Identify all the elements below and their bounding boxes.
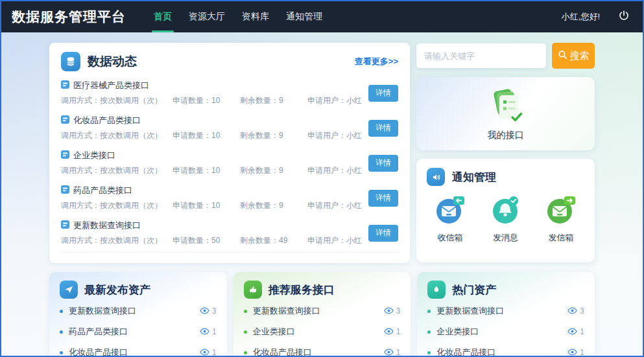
search-input[interactable] bbox=[416, 43, 546, 68]
asset-name: 企业类接口 bbox=[436, 326, 567, 338]
eye-icon bbox=[200, 347, 209, 357]
main-content: 数据动态 查看更多>> 医疗器械产品类接口 调用方式：按次数调用（次） bbox=[1, 32, 643, 357]
latest-assets-card: 最新发布资产 更新数据查询接口 3 药品产品类接口 1 化妆品产品接口 1 bbox=[49, 272, 227, 357]
api-doc-icon bbox=[61, 115, 69, 126]
speaker-icon bbox=[427, 168, 445, 186]
asset-name: 更新数据查询接口 bbox=[436, 305, 567, 317]
view-more-link[interactable]: 查看更多>> bbox=[355, 56, 398, 67]
asset-row[interactable]: 更新数据查询接口 3 bbox=[60, 301, 217, 321]
detail-button[interactable]: 详情 bbox=[368, 190, 398, 207]
asset-name: 化妆品产品接口 bbox=[436, 347, 567, 357]
eye-icon bbox=[567, 326, 577, 338]
asset-row[interactable]: 企业类接口 1 bbox=[427, 321, 584, 342]
inbox-label: 收信箱 bbox=[438, 232, 463, 244]
asset-row[interactable]: 企业类接口 1 bbox=[244, 321, 401, 342]
notification-card: 通知管理 bbox=[416, 159, 595, 262]
main-nav: 首页 资源大厅 资料库 通知管理 bbox=[145, 1, 331, 32]
api-feed-list: 医疗器械产品类接口 调用方式：按次数调用（次） 申请数量：10 剩余数量：9 申… bbox=[61, 75, 398, 253]
asset-name: 化妆品产品接口 bbox=[69, 347, 200, 357]
nav-item-notifications[interactable]: 通知管理 bbox=[278, 1, 331, 32]
api-doc-icon bbox=[61, 185, 69, 196]
asset-row[interactable]: 化妆品产品接口 1 bbox=[60, 342, 217, 357]
call-mode: 调用方式：按次数调用（次） bbox=[61, 235, 173, 246]
outbox-item[interactable]: 发信箱 bbox=[545, 195, 577, 244]
view-count: 1 bbox=[396, 348, 401, 357]
data-dynamics-card: 数据动态 查看更多>> 医疗器械产品类接口 调用方式：按次数调用（次） bbox=[49, 43, 410, 263]
api-name: 医疗器械产品类接口 bbox=[73, 80, 149, 91]
feed-item: 医疗器械产品类接口 调用方式：按次数调用（次） 申请数量：10 剩余数量：9 申… bbox=[61, 75, 398, 110]
detail-button[interactable]: 详情 bbox=[368, 120, 398, 137]
api-name: 化妆品产品类接口 bbox=[73, 115, 141, 126]
detail-button[interactable]: 详情 bbox=[368, 225, 398, 242]
outbox-icon bbox=[545, 195, 577, 227]
remain-count: 剩余数量：9 bbox=[240, 130, 307, 141]
apply-count: 申请数量：50 bbox=[173, 235, 240, 246]
api-name: 药品产品类接口 bbox=[73, 185, 132, 196]
send-message-item[interactable]: 发消息 bbox=[490, 195, 521, 244]
api-doc-icon bbox=[61, 220, 69, 231]
hot-assets-title: 热门资产 bbox=[452, 282, 496, 297]
remain-count: 剩余数量：9 bbox=[240, 95, 307, 106]
apply-user: 申请用户：小红 bbox=[307, 95, 362, 106]
apply-count: 申请数量：10 bbox=[173, 200, 240, 211]
eye-icon bbox=[200, 326, 209, 338]
eye-icon bbox=[384, 326, 394, 338]
data-dynamics-title: 数据动态 bbox=[88, 53, 137, 70]
asset-row[interactable]: 化妆品产品接口 1 bbox=[244, 342, 401, 357]
bullet-dot bbox=[60, 330, 63, 334]
apply-user: 申请用户：小红 bbox=[307, 130, 362, 141]
call-mode: 调用方式：按次数调用（次） bbox=[61, 200, 173, 211]
detail-button[interactable]: 详情 bbox=[368, 85, 398, 102]
view-count: 1 bbox=[396, 327, 401, 336]
eye-icon bbox=[567, 305, 577, 317]
nav-item-home[interactable]: 首页 bbox=[145, 1, 180, 32]
eye-icon bbox=[384, 347, 394, 357]
asset-row[interactable]: 化妆品产品接口 1 bbox=[427, 342, 584, 357]
inbox-item[interactable]: 收信箱 bbox=[435, 195, 466, 244]
nav-item-library[interactable]: 资料库 bbox=[233, 1, 278, 32]
latest-assets-title: 最新发布资产 bbox=[84, 282, 150, 297]
hot-assets-card: 热门资产 更新数据查询接口 3 企业类接口 1 化妆品产品接口 1 bbox=[417, 272, 595, 357]
right-column: 搜索 bbox=[416, 43, 595, 263]
user-greeting: 小红,您好! bbox=[562, 11, 600, 23]
logout-power-button[interactable] bbox=[617, 10, 631, 24]
api-name: 更新数据查询接口 bbox=[73, 220, 141, 231]
view-count: 1 bbox=[580, 327, 584, 336]
view-count: 1 bbox=[580, 348, 584, 357]
bullet-dot bbox=[427, 330, 431, 334]
flame-icon bbox=[427, 281, 446, 299]
send-message-label: 发消息 bbox=[493, 232, 518, 244]
api-doc-icon bbox=[61, 80, 69, 91]
feed-item: 更新数据查询接口 调用方式：按次数调用（次） 申请数量：50 剩余数量：49 申… bbox=[61, 215, 398, 253]
bullet-dot bbox=[427, 310, 431, 313]
asset-name: 企业类接口 bbox=[253, 326, 384, 338]
call-mode: 调用方式：按次数调用（次） bbox=[61, 165, 173, 176]
recommended-apis-title: 推荐服务接口 bbox=[268, 282, 335, 297]
my-api-card[interactable]: 我的接口 bbox=[416, 77, 595, 150]
asset-name: 化妆品产品接口 bbox=[253, 347, 384, 357]
inbox-icon bbox=[435, 195, 466, 227]
api-doc-icon bbox=[61, 150, 69, 161]
api-name: 企业类接口 bbox=[73, 150, 115, 161]
view-count: 1 bbox=[212, 348, 217, 357]
power-icon bbox=[618, 10, 630, 24]
recommend-icon bbox=[244, 281, 262, 299]
feed-item: 化妆品产品类接口 调用方式：按次数调用（次） 申请数量：10 剩余数量：9 申请… bbox=[61, 110, 398, 145]
feed-item: 药品产品类接口 调用方式：按次数调用（次） 申请数量：10 剩余数量：9 申请用… bbox=[61, 180, 398, 215]
search-button[interactable]: 搜索 bbox=[552, 43, 595, 69]
asset-row[interactable]: 药品产品类接口 1 bbox=[60, 321, 217, 342]
recommended-apis-card: 推荐服务接口 更新数据查询接口 3 企业类接口 1 化妆品产品接口 1 bbox=[233, 272, 411, 357]
asset-row[interactable]: 更新数据查询接口 3 bbox=[427, 301, 584, 321]
apply-count: 申请数量：10 bbox=[173, 95, 240, 106]
nav-item-resource-hall[interactable]: 资源大厅 bbox=[180, 1, 233, 32]
apply-user: 申请用户：小红 bbox=[307, 165, 362, 176]
detail-button[interactable]: 详情 bbox=[368, 155, 398, 172]
remain-count: 剩余数量：9 bbox=[240, 165, 307, 176]
app-title: 数据服务管理平台 bbox=[12, 8, 126, 26]
top-navbar: 数据服务管理平台 首页 资源大厅 资料库 通知管理 小红,您好! bbox=[1, 1, 643, 32]
apply-count: 申请数量：10 bbox=[173, 130, 240, 141]
view-count: 3 bbox=[396, 306, 401, 316]
apply-user: 申请用户：小红 bbox=[307, 200, 362, 211]
eye-icon bbox=[567, 347, 577, 357]
asset-row[interactable]: 更新数据查询接口 3 bbox=[244, 301, 401, 321]
